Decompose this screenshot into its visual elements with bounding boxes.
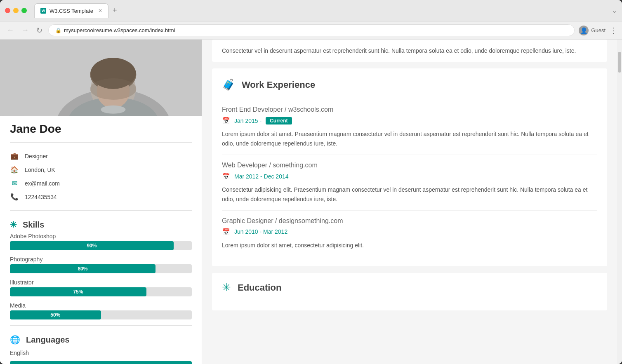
browser-menu-button[interactable]: ⋮ (610, 26, 617, 35)
skill-photoshop-bar-fill: 90% (10, 241, 174, 250)
job-date-range-2: Mar 2012 - Dec 2014 (234, 173, 289, 180)
languages-section: English (0, 348, 202, 358)
home-icon: 🏠 (10, 166, 19, 174)
job-entry-1: Front End Developer / w3schools.com 📅 Ja… (222, 99, 597, 155)
lock-icon: 🔒 (55, 28, 61, 33)
language-bar[interactable] (10, 361, 192, 364)
reload-button[interactable]: ↻ (35, 24, 44, 37)
divider-1 (10, 142, 192, 143)
profile-name: Jane Doe (0, 116, 202, 139)
sidebar-info: 💼 Designer 🏠 London, UK ✉ ex@mail.com 📞 … (0, 146, 202, 207)
job-title-3: Graphic Designer / designsomething.com (222, 217, 597, 225)
education-header: ✳ Education (222, 281, 597, 294)
guest-label: Guest (591, 27, 606, 33)
skill-photoshop-value: 90% (87, 243, 97, 249)
tab-close-button[interactable]: ✕ (98, 8, 102, 14)
skill-photography-label: Photography (10, 256, 192, 263)
job-date-range-3: Jun 2010 - Mar 2012 (234, 228, 287, 235)
languages-section-header: 🌐 Languages (0, 329, 202, 348)
skills-section: Adobe Photoshop 90% Photography 80% (0, 233, 202, 319)
education-title: Education (238, 282, 281, 293)
scrollbar-track[interactable] (617, 40, 622, 364)
tab-title: W3.CSS Template (49, 8, 93, 14)
sidebar: Jane Doe 💼 Designer 🏠 London, UK ✉ ex@ma… (0, 40, 202, 364)
skill-photography-bar-fill: 80% (10, 264, 156, 273)
info-item-location: 🏠 London, UK (10, 163, 192, 176)
svg-point-8 (90, 78, 137, 100)
info-item-phone: 📞 1224435534 (10, 190, 192, 204)
skill-photography: Photography 80% (10, 256, 192, 273)
tab-bar: W W3.CSS Template ✕ + (34, 3, 588, 18)
skill-photoshop-label: Adobe Photoshop (10, 233, 192, 240)
skill-illustrator-bar-fill: 75% (10, 287, 146, 296)
info-email-text: ex@mail.com (25, 180, 60, 187)
svg-point-6 (101, 106, 126, 114)
job-date-3: 📅 Jun 2010 - Mar 2012 (222, 228, 597, 236)
profile-photo (0, 40, 202, 116)
active-tab[interactable]: W W3.CSS Template ✕ (34, 3, 108, 18)
skill-media-bar-fill: 50% (10, 310, 101, 319)
info-location-text: London, UK (25, 167, 55, 173)
job-desc-2: Consectetur adipisicing elit. Praesentiu… (222, 185, 597, 204)
scrollbar-thumb[interactable] (618, 52, 621, 73)
minimize-button-tl[interactable] (13, 8, 19, 13)
guest-area: 👤 Guest (579, 26, 606, 35)
browser-window: W W3.CSS Template ✕ + ⌄ ← → ↻ 🔒 mysuperc… (0, 0, 622, 364)
back-button[interactable]: ← (5, 24, 16, 36)
calendar-icon-2: 📅 (222, 172, 230, 180)
skill-photoshop: Adobe Photoshop 90% (10, 233, 192, 250)
job-desc-1: Lorem ipsum dolor sit amet. Praesentium … (222, 129, 597, 148)
job-date-range-1: Jan 2015 - (234, 117, 262, 124)
education-card: ✳ Education (212, 273, 607, 310)
calendar-icon-3: 📅 (222, 228, 230, 236)
new-tab-button[interactable]: + (113, 6, 117, 15)
info-item-job: 💼 Designer (10, 149, 192, 163)
calendar-icon-1: 📅 (222, 117, 230, 124)
skills-section-header: ✳ Skills (0, 214, 202, 233)
skill-illustrator: Illustrator 75% (10, 279, 192, 296)
address-text: mysupercoolresume.w3spaces.com/index.htm… (64, 27, 175, 33)
divider-3 (10, 325, 192, 326)
languages-header-text: Languages (26, 335, 70, 345)
current-badge-1: Current (266, 117, 292, 124)
skill-media-label: Media (10, 302, 192, 309)
info-phone-text: 1224435534 (25, 194, 57, 200)
work-experience-card: 🧳 Work Experience Front End Developer / … (212, 68, 607, 266)
job-entry-3: Graphic Designer / designsomething.com 📅… (222, 211, 597, 256)
guest-avatar-icon: 👤 (579, 26, 589, 35)
intro-text-box: Consectetur vel in deserunt aspernatur e… (212, 40, 607, 62)
tab-favicon: W (40, 8, 46, 14)
title-bar: W W3.CSS Template ✕ + ⌄ (0, 0, 622, 21)
window-expand-icon[interactable]: ⌄ (612, 7, 617, 14)
work-experience-title: Work Experience (242, 80, 315, 90)
info-job-text: Designer (25, 153, 48, 160)
profile-image (0, 40, 202, 116)
languages-icon: 🌐 (10, 335, 20, 345)
skill-photoshop-bar-bg: 90% (10, 241, 192, 250)
work-experience-header: 🧳 Work Experience (222, 78, 597, 91)
education-icon: ✳ (222, 281, 231, 294)
job-entry-2: Web Developer / something.com 📅 Mar 2012… (222, 155, 597, 211)
job-title-1: Front End Developer / w3schools.com (222, 106, 597, 113)
work-experience-icon: 🧳 (222, 78, 235, 91)
skill-photography-value: 80% (78, 266, 87, 272)
forward-button[interactable]: → (20, 24, 31, 36)
job-date-1: 📅 Jan 2015 - Current (222, 117, 597, 124)
traffic-lights (5, 8, 27, 13)
address-bar[interactable]: 🔒 mysupercoolresume.w3spaces.com/index.h… (48, 24, 575, 36)
info-item-email: ✉ ex@mail.com (10, 176, 192, 190)
skill-illustrator-label: Illustrator (10, 279, 192, 286)
job-title-2: Web Developer / something.com (222, 162, 597, 169)
skill-illustrator-bar-bg: 75% (10, 287, 192, 296)
intro-text: Consectetur vel in deserunt aspernatur e… (222, 46, 597, 55)
skill-media: Media 50% (10, 302, 192, 319)
maximize-button-tl[interactable] (21, 8, 27, 13)
job-desc-3: Lorem ipsum dolor sit amet, consectetur … (222, 241, 597, 250)
skill-media-value: 50% (50, 312, 60, 318)
divider-2 (10, 210, 192, 211)
skill-media-bar-bg: 50% (10, 310, 192, 319)
briefcase-icon: 💼 (10, 152, 19, 160)
main-content: Consectetur vel in deserunt aspernatur e… (202, 40, 617, 364)
skills-icon: ✳ (10, 220, 17, 230)
close-button-tl[interactable] (5, 8, 10, 13)
